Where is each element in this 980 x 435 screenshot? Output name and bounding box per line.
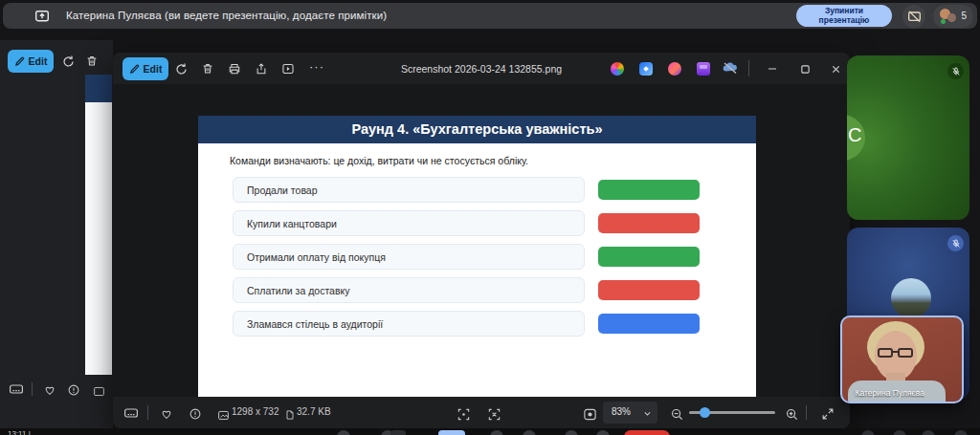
photos-apps-icon[interactable]: [611, 62, 624, 76]
presenter-status-text: Катерина Пуляєва (ви ведете презентацію,…: [66, 10, 387, 21]
back-rotate-icon[interactable]: [59, 53, 77, 70]
back-filmstrip-icon[interactable]: [8, 381, 25, 398]
ai-edit-icon[interactable]: [639, 62, 653, 76]
participant-avatar: [947, 13, 956, 22]
slide-title: Раунд 4. «Бухгалтерська уважність»: [198, 116, 756, 143]
meet-control-button[interactable]: [523, 430, 536, 435]
zoom-level-dropdown[interactable]: 83%: [603, 402, 657, 424]
chevron-down-icon: [643, 409, 652, 418]
stop-presentation-line2: презентацію: [819, 16, 870, 26]
zoom-in-icon[interactable]: [783, 405, 800, 423]
divider: [32, 382, 33, 396]
pencil-icon: [129, 64, 140, 75]
slide-row-label-box: Сплатили за доставку: [233, 277, 585, 303]
more-options-button[interactable]: ···: [308, 57, 325, 75]
onedrive-off-icon[interactable]: [722, 60, 739, 76]
slide-row-color-bar: [598, 247, 700, 267]
image-filename: Screenshot 2026-03-24 132855.png: [113, 63, 850, 75]
slide-header: Раунд 4. «Бухгалтерська уважність»: [198, 116, 756, 143]
slide-row: Зламався стілець в аудиторії: [233, 311, 705, 337]
slide-row-label-box: Зламався стілець в аудиторії: [233, 311, 585, 337]
photos-window: Edit: [113, 53, 850, 428]
participant-count: 5: [961, 11, 967, 21]
divider: [147, 405, 148, 420]
rotate-icon[interactable]: [172, 60, 189, 77]
participant-active-dot: [941, 19, 946, 24]
favorite-icon[interactable]: [158, 405, 175, 423]
slide-image: Раунд 4. «Бухгалтерська уважність» Коман…: [198, 116, 756, 422]
back-edit-label: Edit: [29, 55, 48, 67]
info-icon[interactable]: [187, 405, 204, 423]
delete-icon[interactable]: [199, 60, 216, 77]
slide-row: Купили канцтовари: [233, 210, 705, 236]
zoom-slider-thumb[interactable]: [700, 407, 710, 418]
meet-control-button[interactable]: [390, 430, 406, 435]
taskbar-strip: 13:11 |: [0, 428, 980, 435]
designer-icon[interactable]: [697, 62, 710, 76]
dimensions-icon: [214, 406, 232, 424]
divider: [748, 60, 749, 76]
meet-control-button[interactable]: [565, 430, 578, 435]
taskbar-active-app[interactable]: [438, 430, 465, 435]
back-edit-button[interactable]: Edit: [8, 50, 54, 73]
video-tile-participant[interactable]: C: [847, 55, 969, 220]
slide-row-label: Сплатили за доставку: [247, 285, 349, 296]
screen: Катерина Пуляєва (ви ведете презентацію,…: [0, 0, 980, 435]
back-delete-icon[interactable]: [83, 53, 100, 70]
clipchamp-icon[interactable]: [668, 62, 681, 76]
meet-control-button[interactable]: [490, 430, 503, 435]
actual-size-icon[interactable]: [485, 405, 502, 423]
self-name-label: Катерина Пуляєва: [848, 388, 924, 398]
zoom-out-icon[interactable]: [668, 405, 685, 423]
image-dimensions: 1298 x 732: [232, 406, 279, 417]
share-icon[interactable]: [253, 60, 270, 77]
back-info-icon[interactable]: [65, 381, 82, 399]
slide-row-color-bar: [598, 213, 700, 233]
meet-panel-button[interactable]: [861, 430, 875, 435]
leave-call-button[interactable]: [624, 430, 670, 435]
slide-row-label: Зламався стілець в аудиторії: [247, 318, 383, 330]
slide-row-color-bar: [598, 280, 700, 300]
slide-row-color-bar: [598, 314, 700, 334]
mic-muted-badge: [947, 63, 964, 79]
edit-button[interactable]: Edit: [122, 57, 168, 80]
slide-row-label: Отримали оплату від покупця: [247, 251, 386, 263]
spark-glyph: [643, 66, 649, 72]
back-image-size-icon: [90, 382, 107, 400]
stop-sharing-button[interactable]: [902, 5, 925, 28]
present-screen-icon: [34, 9, 50, 24]
edit-label: Edit: [144, 63, 163, 75]
fullscreen-icon[interactable]: [819, 405, 836, 423]
slide-row-label-box: Продали товар: [233, 177, 585, 203]
photos-window-background: Edit: [0, 40, 113, 428]
meet-control-button[interactable]: [337, 430, 350, 435]
photos-titlebar[interactable]: Edit: [113, 53, 850, 84]
back-image-sliver: [85, 75, 112, 375]
image-canvas: Раунд 4. «Бухгалтерська уважність» Коман…: [113, 84, 850, 397]
slide-row: Продали товар: [233, 177, 705, 203]
maximize-button[interactable]: [792, 60, 817, 77]
cast-off-icon: [907, 10, 922, 24]
close-button[interactable]: [823, 60, 848, 77]
meet-panel-button[interactable]: [922, 430, 935, 435]
self-view-tile[interactable]: Катерина Пуляєва: [840, 315, 964, 403]
participants-button[interactable]: 5: [933, 5, 973, 28]
stop-presentation-button[interactable]: Зупинити презентацію: [796, 5, 892, 27]
zoom-slider[interactable]: [689, 411, 775, 414]
divider: [806, 405, 807, 420]
slide-row: Отримали оплату від покупця: [233, 244, 705, 270]
mic-muted-badge: [947, 235, 964, 251]
image-filesize: 32.7 KB: [297, 406, 331, 417]
slideshow-icon[interactable]: [279, 60, 297, 77]
auto-enhance-icon[interactable]: [581, 405, 598, 423]
print-icon[interactable]: [226, 60, 243, 77]
back-favorite-icon[interactable]: [41, 381, 58, 399]
fit-to-screen-icon[interactable]: [455, 405, 472, 423]
minimize-button[interactable]: [760, 60, 785, 77]
slide-row-label-box: Купили канцтовари: [233, 210, 585, 236]
presenter-banner: Катерина Пуляєва (ви ведете презентацію,…: [3, 3, 977, 29]
meet-control-button[interactable]: [596, 430, 610, 435]
meet-panel-button[interactable]: [954, 430, 968, 435]
meet-panel-button[interactable]: [893, 430, 906, 435]
filmstrip-icon[interactable]: [122, 404, 140, 422]
